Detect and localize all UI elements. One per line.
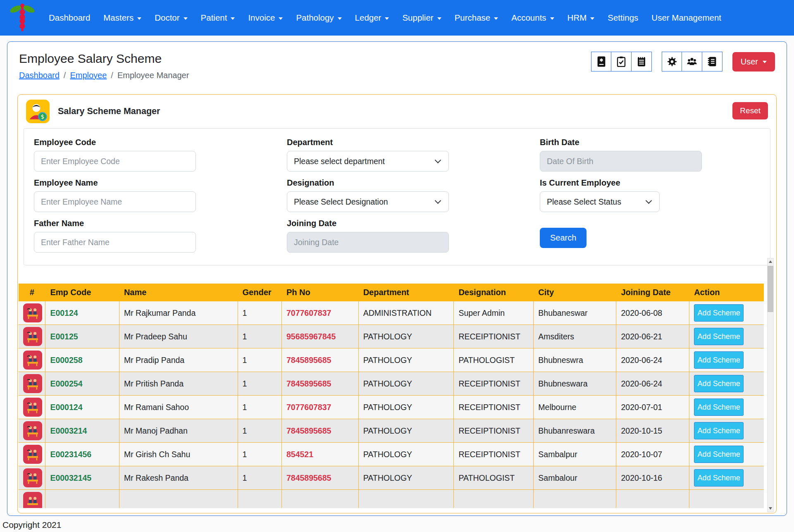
joining-date-label: Joining Date xyxy=(287,219,449,228)
phone-cell: 7845895685 xyxy=(281,419,358,443)
city-cell: Bhubneswara xyxy=(534,372,616,396)
scroll-down-arrow[interactable] xyxy=(768,505,773,512)
chevron-down-icon xyxy=(646,198,652,204)
joining-date-cell: 2020-10-16 xyxy=(616,466,689,490)
nav-menu-item[interactable]: Ledger xyxy=(348,9,396,27)
city-cell: Bhubneswra xyxy=(534,348,616,372)
nav-menu-item[interactable]: HRM xyxy=(561,9,601,27)
nav-menu-item[interactable]: User Management xyxy=(645,9,728,27)
gender-cell: 1 xyxy=(238,466,281,490)
col-joining-date: Joining Date xyxy=(616,284,689,301)
chevron-down-icon xyxy=(435,157,441,164)
employee-rows: E00124 Mr Rajkumar Panda 1 7077607837 AD… xyxy=(19,301,764,490)
breadcrumb-dashboard-link[interactable]: Dashboard xyxy=(19,71,60,80)
department-cell: PATHOLOGY xyxy=(358,466,454,490)
chevron-down-icon xyxy=(494,17,498,20)
current-employee-status-select[interactable]: Please Select Status xyxy=(540,191,660,212)
team-icon[interactable] xyxy=(682,52,702,72)
department-cell: PATHOLOGY xyxy=(358,443,454,466)
nav-menu-item[interactable]: Invoice xyxy=(241,9,289,27)
joining-date-cell: 2020-10-07 xyxy=(616,443,689,466)
designation-cell: RECEIPTIONIST xyxy=(454,372,534,396)
designation-cell: RECEIPTIONIST xyxy=(454,443,534,466)
employees-desk-icon[interactable] xyxy=(23,398,42,417)
phone-cell: 854521 xyxy=(281,443,358,466)
scroll-up-arrow[interactable] xyxy=(768,258,773,265)
add-scheme-button[interactable]: Add Scheme xyxy=(694,422,744,439)
clipboard-check-icon[interactable] xyxy=(611,52,632,72)
joining-date-cell: 2020-06-08 xyxy=(616,301,689,325)
add-scheme-button[interactable]: Add Scheme xyxy=(694,469,744,487)
breadcrumb: Dashboard / Employee / Employee Manager xyxy=(19,71,775,80)
add-scheme-button[interactable]: Add Scheme xyxy=(694,398,744,416)
employees-desk-icon[interactable] xyxy=(23,303,42,322)
phone-cell: 95685967845 xyxy=(281,325,358,348)
caduceus-logo-icon xyxy=(9,2,36,34)
emp-code-cell: E000258 xyxy=(45,348,119,372)
joining-date-cell: 2020-07-01 xyxy=(616,396,689,419)
emp-code-cell: E000124 xyxy=(45,396,119,419)
add-scheme-button[interactable]: Add Scheme xyxy=(694,304,744,322)
nav-menu-item[interactable]: Accounts xyxy=(505,9,560,27)
ledger-icon[interactable] xyxy=(702,52,722,72)
designation-cell: Super Admin xyxy=(454,301,534,325)
col-gender: Gender xyxy=(238,284,281,301)
birth-date-label: Birth Date xyxy=(540,138,702,147)
search-button[interactable]: Search xyxy=(540,228,587,248)
svg-text:$: $ xyxy=(41,113,44,120)
father-name-input[interactable] xyxy=(34,232,196,253)
employees-desk-icon[interactable] xyxy=(23,327,42,346)
employees-desk-icon[interactable] xyxy=(23,351,42,370)
employee-code-input[interactable] xyxy=(34,151,196,172)
emp-code-cell: E00124 xyxy=(45,301,119,325)
user-dropdown-button[interactable]: User xyxy=(732,52,775,72)
notepad-icon[interactable] xyxy=(631,52,652,72)
employees-desk-icon[interactable] xyxy=(23,374,42,393)
nav-menu-item[interactable]: Doctor xyxy=(148,9,194,27)
reset-button[interactable]: Reset xyxy=(732,102,768,119)
city-cell: Amsditers xyxy=(534,325,616,348)
nav-menu-item[interactable]: Dashboard xyxy=(42,9,97,27)
department-select[interactable]: Please select department xyxy=(287,151,449,172)
nav-menu-item[interactable]: Patient xyxy=(194,9,242,27)
add-scheme-button[interactable]: Add Scheme xyxy=(694,328,744,345)
name-cell: Mr Ramani Sahoo xyxy=(119,396,238,419)
chevron-down-icon xyxy=(184,17,188,20)
gear-icon[interactable] xyxy=(662,52,682,72)
employees-desk-icon[interactable] xyxy=(23,421,42,440)
employees-desk-icon[interactable] xyxy=(23,445,42,464)
breadcrumb-employee-link[interactable]: Employee xyxy=(70,71,107,80)
emp-code-cell: E00032145 xyxy=(45,466,119,490)
designation-cell: RECEIPTIONIST xyxy=(454,419,534,443)
employee-name-input[interactable] xyxy=(34,191,196,212)
table-scrollbar[interactable] xyxy=(767,258,774,512)
nav-menu-item[interactable]: Pathology xyxy=(289,9,348,27)
quick-toolbar: User xyxy=(591,52,775,72)
journal-icon[interactable] xyxy=(591,52,612,72)
nav-menu-item[interactable]: Purchase xyxy=(448,9,505,27)
employees-desk-icon[interactable] xyxy=(23,468,42,487)
phone-cell: 7845895685 xyxy=(281,466,358,490)
salary-manager-icon: $ xyxy=(26,100,50,123)
panel-title: Salary Scheme Manager xyxy=(58,106,160,117)
nav-menu-item[interactable]: Masters xyxy=(97,9,148,27)
nav-menu-item[interactable]: Supplier xyxy=(396,9,448,27)
joining-date-input[interactable] xyxy=(287,232,449,253)
employees-desk-icon[interactable] xyxy=(23,492,42,508)
gender-cell: 1 xyxy=(238,419,281,443)
col-action: Action xyxy=(689,284,764,301)
breadcrumb-current: Employee Manager xyxy=(117,71,189,80)
gender-cell: 1 xyxy=(238,301,281,325)
city-cell: Sambalour xyxy=(534,466,616,490)
scrollbar-thumb[interactable] xyxy=(768,266,773,312)
add-scheme-button[interactable]: Add Scheme xyxy=(694,351,744,369)
emp-code-cell: E0003214 xyxy=(45,419,119,443)
is-current-employee-label: Is Current Employee xyxy=(540,178,702,188)
partial-row xyxy=(19,490,764,508)
designation-cell: RECEIPTIONIST xyxy=(454,396,534,419)
nav-menu-item[interactable]: Settings xyxy=(601,9,645,27)
add-scheme-button[interactable]: Add Scheme xyxy=(694,375,744,392)
birth-date-input[interactable] xyxy=(540,151,702,172)
add-scheme-button[interactable]: Add Scheme xyxy=(694,446,744,463)
designation-select[interactable]: Please Select Designation xyxy=(287,191,449,212)
